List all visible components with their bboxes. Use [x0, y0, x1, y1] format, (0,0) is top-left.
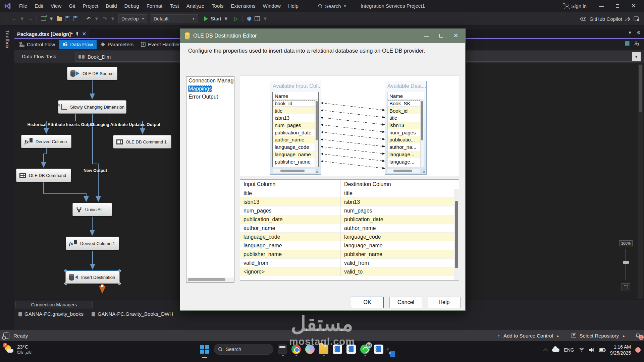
- mapping-line[interactable]: [321, 125, 385, 132]
- column-row[interactable]: publication_date: [273, 129, 318, 136]
- menu-item-tools[interactable]: Tools: [208, 0, 227, 12]
- column-row[interactable]: publicatio...: [387, 136, 424, 143]
- redo-dropdown[interactable]: ▼: [109, 14, 116, 23]
- selection-handle[interactable]: [64, 282, 67, 285]
- app-window-icon[interactable]: [346, 345, 356, 354]
- new-dropdown[interactable]: ▼: [48, 14, 55, 23]
- weather-widget[interactable]: 2 23°C غائم غالبًا: [4, 344, 32, 355]
- zoom-slider-thumb[interactable]: [623, 261, 629, 264]
- language-indicator[interactable]: ENG: [564, 347, 574, 353]
- column-row[interactable]: isbn13: [273, 114, 318, 122]
- dialog-close-button[interactable]: ✕: [449, 29, 463, 43]
- feedback-person-icon[interactable]: [634, 16, 639, 21]
- minimize-button[interactable]: —: [594, 0, 609, 12]
- resize-grip[interactable]: [316, 169, 320, 173]
- save-all-button[interactable]: [72, 14, 79, 23]
- close-button[interactable]: ✕: [626, 0, 641, 12]
- menu-item-edit[interactable]: Edit: [31, 0, 47, 12]
- task-view-icon[interactable]: [278, 345, 287, 354]
- ok-button[interactable]: OK: [351, 297, 384, 308]
- selection-handle[interactable]: [64, 269, 67, 272]
- battery-icon[interactable]: [599, 348, 606, 352]
- mapping-row[interactable]: <ignore>valid_to: [240, 267, 459, 276]
- window-layout-button[interactable]: [254, 14, 261, 23]
- mapping-line[interactable]: [321, 161, 385, 169]
- column-row[interactable]: language...: [387, 158, 424, 166]
- destination-horizontal-scrollbar[interactable]: [387, 169, 420, 173]
- save-button[interactable]: [64, 14, 71, 23]
- browser-link-button[interactable]: [246, 14, 253, 23]
- column-row[interactable]: language...: [387, 151, 424, 158]
- menu-item-help[interactable]: Help: [284, 0, 302, 12]
- zoom-to-fit-button[interactable]: [622, 283, 630, 291]
- scrollbar-thumb[interactable]: [639, 65, 642, 112]
- mapping-row[interactable]: titletitle: [240, 189, 459, 198]
- column-row[interactable]: isbn13: [387, 122, 424, 129]
- select-repository-button[interactable]: Select Repository: [580, 333, 619, 339]
- taskbar-search[interactable]: Search: [214, 344, 273, 355]
- onedrive-icon[interactable]: [552, 348, 559, 352]
- column-row[interactable]: num_pages: [387, 129, 424, 136]
- menu-item-test[interactable]: Test: [166, 0, 183, 12]
- column-row[interactable]: title: [387, 114, 424, 122]
- close-tab-icon[interactable]: ✕: [82, 31, 86, 37]
- input-vertical-scrollbar[interactable]: [315, 100, 318, 167]
- dialog-minimize-button[interactable]: —: [420, 29, 433, 43]
- connection-managers-header[interactable]: Connection Managers: [15, 301, 93, 308]
- mapping-row[interactable]: author_nameauthor_name: [240, 224, 459, 233]
- mapping-line[interactable]: [321, 117, 385, 125]
- scrollbar-thumb[interactable]: [316, 101, 318, 140]
- column-row[interactable]: language_code: [273, 143, 318, 151]
- nav-horizontal-scrollbar[interactable]: [187, 278, 234, 282]
- node-ole-db-command[interactable]: OLE DB Command: [16, 169, 71, 182]
- dialog-nav-error-output[interactable]: Error Output: [186, 93, 234, 101]
- mapping-line[interactable]: [321, 103, 385, 110]
- tab-parameters[interactable]: Parameters: [97, 40, 138, 49]
- menu-item-format[interactable]: Format: [143, 0, 166, 12]
- scrollbar-thumb[interactable]: [188, 278, 225, 281]
- selection-handle[interactable]: [118, 282, 121, 285]
- mapping-row[interactable]: publication_datepublication_date: [240, 215, 459, 224]
- column-row[interactable]: language_name: [273, 151, 318, 158]
- node-derived-column[interactable]: fx Derived Column: [21, 135, 71, 148]
- redo-button[interactable]: ↷: [101, 14, 108, 23]
- back-dropdown[interactable]: ▼: [19, 14, 25, 23]
- resize-grip[interactable]: [421, 169, 425, 173]
- add-to-source-control-button[interactable]: Add to Source Control: [503, 333, 553, 339]
- feedback-icon[interactable]: [3, 333, 9, 339]
- node-insert-destination[interactable]: Insert Destination: [65, 270, 120, 284]
- column-row[interactable]: author_na...: [387, 143, 424, 151]
- active-app[interactable]: [386, 348, 389, 351]
- app-window-icon[interactable]: [374, 345, 383, 354]
- mapping-row[interactable]: language_namelanguage_name: [240, 241, 459, 250]
- volume-icon[interactable]: [589, 348, 595, 352]
- column-row[interactable]: num_pages: [273, 122, 318, 129]
- menu-item-git[interactable]: Git: [65, 0, 79, 12]
- column-row[interactable]: publisher_name: [273, 158, 318, 166]
- solution-platform-select[interactable]: Default ▼: [151, 14, 198, 23]
- menu-item-view[interactable]: View: [47, 0, 65, 12]
- solution-configuration-select[interactable]: Develop ▼: [118, 14, 147, 23]
- connection-manager-item[interactable]: GANNA-PC.gravity_books: [18, 311, 84, 317]
- tab-options-icon[interactable]: ⚙: [637, 30, 641, 35]
- column-row[interactable]: author_name: [273, 136, 318, 143]
- package-icon[interactable]: [625, 41, 630, 46]
- mapping-row[interactable]: num_pagesnum_pages: [240, 206, 459, 215]
- file-explorer-icon[interactable]: [319, 345, 328, 354]
- global-search[interactable]: Search ▼: [318, 0, 346, 12]
- wifi-icon[interactable]: [579, 348, 585, 352]
- tab-list-chevron-icon[interactable]: ▼: [628, 30, 632, 35]
- copilot-app-icon[interactable]: [305, 345, 315, 354]
- destination-vertical-scrollbar[interactable]: [420, 100, 424, 167]
- mapping-line[interactable]: [321, 110, 385, 118]
- tab-event-handlers[interactable]: Event Handlers: [137, 40, 186, 49]
- toolbox-tab[interactable]: Toolbox: [5, 30, 10, 49]
- menu-item-extensions[interactable]: Extensions: [227, 0, 259, 12]
- sign-in-button[interactable]: + Sign in: [564, 0, 587, 12]
- column-row[interactable]: book_id: [273, 100, 318, 107]
- help-button[interactable]: Help: [428, 297, 461, 308]
- mapping-line[interactable]: [321, 146, 385, 154]
- selection-handle[interactable]: [118, 269, 121, 272]
- mapping-line[interactable]: [321, 139, 385, 147]
- open-file-button[interactable]: [56, 14, 63, 23]
